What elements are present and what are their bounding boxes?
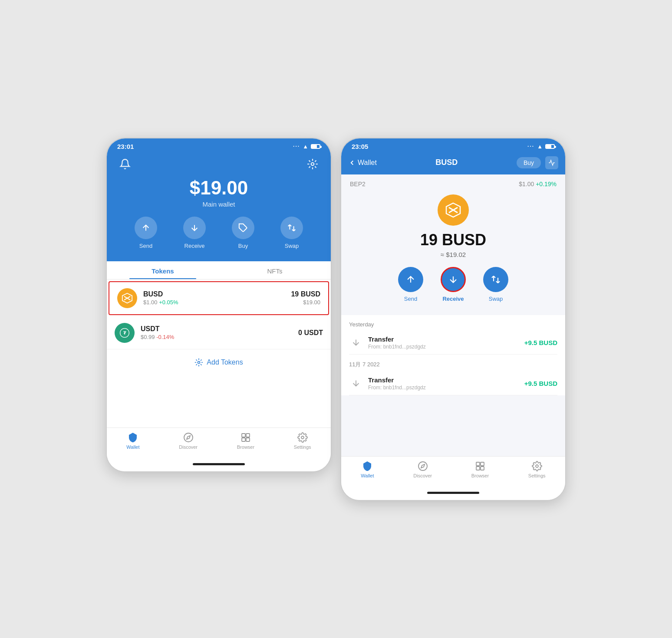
coin-logo bbox=[438, 194, 469, 226]
coin-swap-label: Swap bbox=[489, 296, 503, 302]
coin-network: BEP2 bbox=[350, 181, 366, 187]
token-item-busd[interactable]: BUSD $1.00 +0.05% 19 BUSD $19.00 bbox=[109, 281, 329, 315]
balance-section: $19.00 Main wallet bbox=[117, 177, 320, 208]
swap-btn[interactable]: Swap bbox=[280, 217, 303, 249]
usdt-price: $0.99 -0.14% bbox=[141, 334, 298, 340]
swap-circle bbox=[280, 217, 303, 239]
content-spacer bbox=[107, 375, 331, 428]
receive-btn[interactable]: Receive bbox=[183, 217, 206, 249]
wifi-icon-1: ▲ bbox=[303, 143, 308, 150]
nav-wallet-1[interactable]: Wallet bbox=[126, 432, 139, 450]
svg-point-20 bbox=[536, 465, 538, 467]
buy-label: Buy bbox=[238, 243, 248, 249]
send-btn[interactable]: Send bbox=[135, 217, 157, 249]
tab-nfts[interactable]: NFTs bbox=[219, 261, 331, 279]
nav-discover-2[interactable]: Discover bbox=[413, 461, 432, 478]
nav-wallet-2[interactable]: Wallet bbox=[361, 461, 374, 478]
nav-settings-label-1: Settings bbox=[294, 444, 311, 450]
home-indicator-1 bbox=[107, 457, 331, 471]
nav-discover-label-1: Discover bbox=[179, 444, 198, 450]
tx-date-2: 11月 7 2022 bbox=[349, 355, 557, 372]
busd-header: Wallet BUSD Buy bbox=[341, 153, 565, 174]
nav-settings-1[interactable]: Settings bbox=[294, 432, 311, 450]
coin-price-info: $1.00 +0.19% bbox=[519, 181, 557, 187]
tx-item-2[interactable]: Transfer From: bnb1fnd...pszdgdz +9.5 BU… bbox=[349, 372, 557, 395]
buy-circle bbox=[232, 217, 254, 239]
coin-swap-btn[interactable]: Swap bbox=[483, 267, 508, 302]
back-button[interactable]: Wallet bbox=[348, 159, 377, 167]
usdt-icon: ₮ bbox=[115, 323, 135, 343]
coin-actions: Send Receive Swap bbox=[350, 267, 557, 302]
settings-icon[interactable] bbox=[305, 156, 320, 172]
send-circle bbox=[135, 217, 157, 239]
token-item-usdt[interactable]: ₮ USDT $0.99 -0.14% 0 USDT bbox=[107, 317, 331, 349]
svg-rect-8 bbox=[242, 434, 245, 437]
tx-from-2: From: bnb1fnd...pszdgdz bbox=[368, 385, 519, 391]
svg-text:₮: ₮ bbox=[123, 331, 126, 335]
tab-tokens[interactable]: Tokens bbox=[107, 261, 219, 279]
svg-rect-11 bbox=[246, 438, 250, 441]
svg-point-6 bbox=[198, 361, 200, 363]
tx-title-2: Transfer bbox=[368, 376, 519, 384]
bell-icon[interactable] bbox=[117, 156, 133, 172]
busd-icon bbox=[117, 288, 137, 308]
nav-browser-1[interactable]: Browser bbox=[237, 432, 254, 450]
transactions: Yesterday Transfer From: bnb1fnd...pszdg… bbox=[341, 315, 565, 395]
time-1: 23:01 bbox=[117, 143, 134, 150]
usdt-amount: 0 USDT bbox=[298, 329, 323, 337]
nav-browser-label-1: Browser bbox=[237, 444, 254, 450]
balance-amount: $19.00 bbox=[117, 177, 320, 199]
coin-meta: BEP2 $1.00 +0.19% bbox=[350, 181, 557, 187]
tx-amount-2: +9.5 BUSD bbox=[524, 380, 557, 387]
add-tokens-label: Add Tokens bbox=[207, 358, 243, 366]
busd-usd: $19.00 bbox=[291, 299, 320, 306]
buy-btn[interactable]: Buy bbox=[232, 217, 254, 249]
nav-wallet-label-2: Wallet bbox=[361, 473, 374, 478]
nav-browser-label-2: Browser bbox=[471, 473, 489, 478]
chart-icon[interactable] bbox=[545, 156, 558, 169]
status-icons-1: ··· ▲ bbox=[293, 143, 320, 150]
action-buttons: Send Receive bbox=[117, 217, 320, 249]
busd-name: BUSD bbox=[143, 290, 291, 298]
add-tokens-btn[interactable]: Add Tokens bbox=[107, 349, 331, 375]
usdt-balance: 0 USDT bbox=[298, 329, 323, 337]
svg-rect-10 bbox=[242, 438, 245, 441]
wifi-icon-2: ▲ bbox=[537, 143, 543, 150]
tx-item-1[interactable]: Transfer From: bnb1fnd...pszdgdz +9.5 BU… bbox=[349, 331, 557, 355]
coin-usd-approx: ≈ $19.02 bbox=[441, 251, 466, 258]
header-icons bbox=[117, 156, 320, 172]
svg-point-0 bbox=[311, 162, 314, 165]
coin-center: 19 BUSD ≈ $19.02 bbox=[350, 194, 557, 258]
coin-receive-circle bbox=[441, 267, 466, 292]
nav-browser-2[interactable]: Browser bbox=[471, 461, 489, 478]
coin-receive-btn[interactable]: Receive bbox=[441, 267, 466, 302]
wallet-header: $19.00 Main wallet Send bbox=[107, 153, 331, 261]
buy-button-small[interactable]: Buy bbox=[517, 157, 541, 168]
tx-receive-icon-1 bbox=[349, 335, 363, 349]
coin-receive-label: Receive bbox=[442, 296, 464, 302]
tx-from-1: From: bnb1fnd...pszdgdz bbox=[368, 344, 519, 350]
tx-title-1: Transfer bbox=[368, 335, 519, 343]
status-icons-2: ··· ▲ bbox=[527, 143, 555, 150]
busd-price: $1.00 +0.05% bbox=[143, 299, 291, 306]
battery-icon-2 bbox=[545, 144, 555, 149]
nav-discover-1[interactable]: Discover bbox=[179, 432, 198, 450]
nav-wallet-label-1: Wallet bbox=[126, 444, 139, 450]
screen2-busd: 23:05 ··· ▲ Wallet BUSD Buy bbox=[340, 138, 566, 501]
busd-balance: 19 BUSD $19.00 bbox=[291, 290, 320, 306]
coin-send-btn[interactable]: Send bbox=[398, 267, 423, 302]
receive-circle bbox=[183, 217, 206, 239]
svg-rect-18 bbox=[476, 467, 480, 470]
token-list: BUSD $1.00 +0.05% 19 BUSD $19.00 ₮ bbox=[107, 281, 331, 349]
tx-amount-1: +9.5 BUSD bbox=[524, 339, 557, 346]
swap-label: Swap bbox=[285, 243, 299, 249]
svg-rect-16 bbox=[476, 462, 480, 466]
send-label: Send bbox=[139, 243, 152, 249]
receive-label: Receive bbox=[184, 243, 205, 249]
bottom-nav-1: Wallet Discover Browser bbox=[107, 428, 331, 457]
busd-info: BUSD $1.00 +0.05% bbox=[143, 290, 291, 306]
coin-amount: 19 BUSD bbox=[420, 231, 486, 249]
screen1-wallet: 23:01 ··· ▲ bbox=[106, 138, 332, 472]
nav-settings-2[interactable]: Settings bbox=[528, 461, 546, 478]
home-indicator-2 bbox=[341, 485, 565, 500]
